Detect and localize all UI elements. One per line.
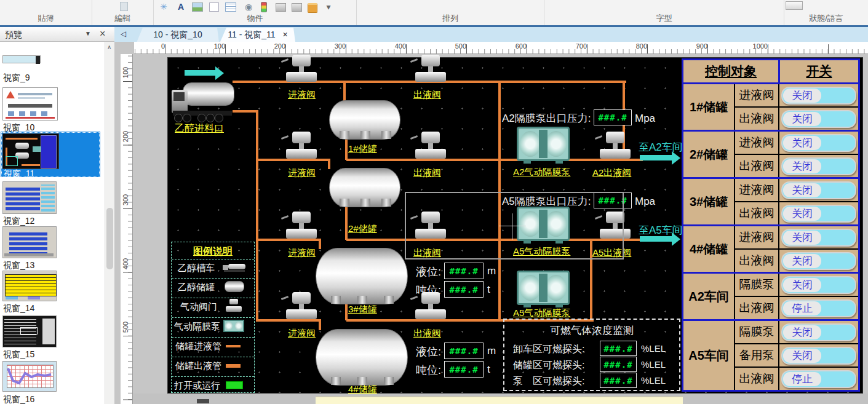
tank3-label[interactable]: 3#储罐 <box>348 304 377 315</box>
copy-icon[interactable] <box>120 2 128 11</box>
outlet-valve-4-label[interactable]: 出液阀 <box>413 328 441 339</box>
feed-arrow-body[interactable] <box>185 70 215 76</box>
tank3-tons-label[interactable]: 吨位: <box>416 283 441 298</box>
switch-button-tank3-inlet[interactable]: 关闭 <box>781 181 856 199</box>
thumbnail-win10[interactable] <box>2 87 58 121</box>
switch-button-tank2-outlet[interactable]: 关闭 <box>781 157 856 175</box>
switch-button-a5-outlet[interactable]: 停止 <box>781 370 856 388</box>
tank-1[interactable] <box>329 100 400 140</box>
inlet-valve-4-label[interactable]: 进液阀 <box>288 328 316 339</box>
thumbnail-win16[interactable] <box>2 361 57 392</box>
feed-inlet-label[interactable]: 乙醇进料口 <box>175 122 224 135</box>
chart-object-icon[interactable] <box>292 3 302 12</box>
thumbnail-win9[interactable] <box>2 55 41 63</box>
tank-3[interactable] <box>316 248 408 304</box>
pipe-tank2-in[interactable] <box>328 160 330 169</box>
thumbnail-win11[interactable] <box>2 133 59 169</box>
tank3-tons-display[interactable]: ###.# <box>444 281 484 298</box>
switch-button-tank2-inlet[interactable]: 关闭 <box>781 134 856 152</box>
inlet-valve-1-label[interactable]: 进液阀 <box>288 89 316 101</box>
a2-outlet-valve-label[interactable]: A2出液阀 <box>592 167 631 179</box>
tanker-truck[interactable] <box>170 76 234 122</box>
status-small-button[interactable] <box>786 1 803 10</box>
switch-button-tank1-outlet[interactable]: 关闭 <box>781 110 856 128</box>
outlet-valve-2-label[interactable]: 出液阀 <box>413 167 441 179</box>
switch-button-a5-backup-pump[interactable]: 关闭 <box>781 347 856 365</box>
objects-dropdown-icon[interactable]: ▾ <box>322 1 335 13</box>
meter-object-icon[interactable]: ◉ <box>242 1 255 13</box>
pipe-tank1-out[interactable] <box>345 138 348 160</box>
outlet-valve-1[interactable] <box>415 55 446 83</box>
tab-window-10[interactable]: 10 - 視窗_10 <box>137 28 219 42</box>
frame-object-icon[interactable] <box>209 2 219 12</box>
thumbnail-win15[interactable] <box>2 315 57 347</box>
switch-button-a2-outlet[interactable]: 停止 <box>781 299 856 317</box>
thumbnail-label-win14[interactable]: 視窗_14 <box>3 303 34 314</box>
switch-button-a2-pump[interactable]: 关闭 <box>781 276 856 294</box>
pipe-row2-a2[interactable] <box>346 159 643 161</box>
outlet-valve-2[interactable] <box>415 132 446 160</box>
a2-pump-label[interactable]: A2气动隔膜泵 <box>513 167 570 178</box>
inlet-valve-3-label[interactable]: 进液阀 <box>288 247 316 259</box>
thumbnail-label-win15[interactable]: 視窗_15 <box>3 349 34 360</box>
tab-window-11[interactable]: 11 - 視窗_11 × <box>220 28 295 42</box>
gas-row1-display[interactable]: ###.# <box>600 341 637 356</box>
thumbnail-label-win12[interactable]: 視窗_12 <box>3 216 34 227</box>
thumbnail-label-win11[interactable]: 視窗_11 <box>4 168 34 180</box>
gas-row3-display[interactable]: ###.# <box>600 373 637 388</box>
tank-2[interactable] <box>329 168 400 207</box>
thumbnail-label-win13[interactable]: 視窗_13 <box>3 260 34 271</box>
pipe-tank2-out[interactable] <box>345 206 348 240</box>
switch-button-tank3-outlet[interactable]: 关闭 <box>781 205 856 223</box>
text-object-icon[interactable]: A <box>175 1 187 13</box>
pipe-feed-vertical[interactable] <box>256 110 258 322</box>
a5-diaphragm-pump-2[interactable] <box>517 271 570 305</box>
image-object-icon[interactable] <box>192 2 203 12</box>
tab-scroll-left-icon[interactable]: ◁ <box>121 30 126 38</box>
cube-object-icon[interactable] <box>308 3 317 13</box>
outlet-valve-1-label[interactable]: 出液阀 <box>413 89 441 101</box>
tank4-tons-label[interactable]: 吨位: <box>416 363 441 378</box>
tank2-label[interactable]: 2#储罐 <box>348 223 377 235</box>
tab-close-icon[interactable]: × <box>283 30 288 39</box>
panel-close-icon[interactable]: × <box>100 28 105 39</box>
inlet-valve-3[interactable] <box>286 212 317 240</box>
scrollbar-up-icon[interactable]: ∧ <box>107 44 111 50</box>
tank4-tons-display[interactable]: ###.# <box>444 361 484 378</box>
tank-4[interactable] <box>316 329 408 386</box>
legend-box[interactable]: 图例说明 乙醇槽车 乙醇储罐 气动阀门 气动隔膜泵 储罐进液管 储罐出液管 打开… <box>171 242 255 393</box>
thumbnail-label-win9[interactable]: 視窗_9 <box>3 73 30 84</box>
a2-diaphragm-pump[interactable] <box>517 127 570 161</box>
a2-outlet-valve[interactable] <box>600 132 631 160</box>
thumbnail-win14[interactable] <box>2 271 57 301</box>
pipe-tank3-out[interactable] <box>345 303 348 320</box>
switch-button-tank1-inlet[interactable]: 关闭 <box>781 87 856 105</box>
a2-pressure-label[interactable]: A2隔膜泵出口压力: <box>502 111 591 125</box>
tank4-level-label[interactable]: 液位: <box>416 344 441 359</box>
a5-pump-2-label[interactable]: A5气动隔膜泵 <box>513 307 570 319</box>
pipe-tank3-in[interactable] <box>319 240 321 249</box>
to-a2-arrow-body[interactable] <box>640 155 672 160</box>
inlet-valve-2[interactable] <box>286 132 317 160</box>
thumbnail-label-win16[interactable]: 視窗_16 <box>3 394 34 404</box>
thumbnail-win12[interactable] <box>2 181 57 214</box>
panel-collapse-icon[interactable]: ▼ <box>85 30 91 37</box>
pipe-tank1-in[interactable] <box>343 82 346 101</box>
tank3-level-display[interactable]: ###.# <box>444 263 484 279</box>
to-a5-arrow-body[interactable] <box>640 236 672 242</box>
device-object-icon[interactable] <box>276 3 286 12</box>
traffic-light-object-icon[interactable] <box>261 2 267 12</box>
pipe-tank4-in[interactable] <box>319 320 321 330</box>
scrollbar-thumb[interactable] <box>106 208 113 269</box>
preview-scrollbar[interactable]: ∧ <box>105 42 114 404</box>
thumbnail-win13[interactable] <box>2 226 57 258</box>
inlet-valve-4[interactable] <box>286 292 317 320</box>
tank3-level-label[interactable]: 液位: <box>416 264 441 279</box>
inlet-valve-1[interactable] <box>286 55 317 83</box>
switch-button-a5-pump[interactable]: 关闭 <box>781 323 856 341</box>
thumbnail-win11-selection[interactable]: 視窗_11 <box>1 132 100 177</box>
tank1-label[interactable]: 1#储罐 <box>348 143 377 155</box>
tank4-level-display[interactable]: ###.# <box>444 343 484 359</box>
gas-row2-display[interactable]: ###.# <box>600 357 637 372</box>
table-object-icon[interactable] <box>225 2 236 12</box>
